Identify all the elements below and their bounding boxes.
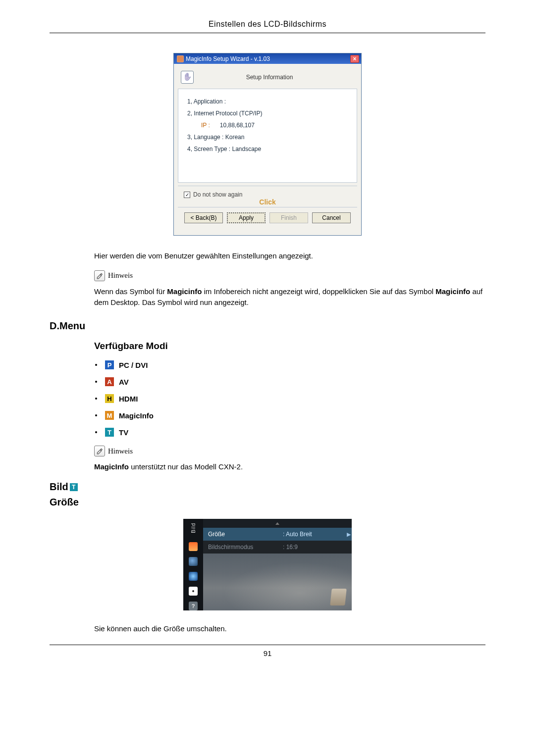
mode-pc-dvi: P PC / DVI — [95, 360, 485, 369]
hinweis-label: Hinweis — [108, 447, 133, 455]
page-header: Einstellen des LCD-Bildschirms — [50, 20, 485, 33]
wizard-button-row: < Back(B) Apply Finish Cancel — [178, 207, 357, 229]
bullet-icon — [95, 398, 97, 400]
paragraph-magicinfo-icon: Wenn das Symbol für Magicinfo im Infober… — [94, 286, 485, 308]
paragraph-cxn2: MagicInfo unterstützt nur das Modell CXN… — [94, 461, 485, 472]
osd-help-icon[interactable]: ? — [189, 602, 198, 610]
note-icon — [94, 270, 105, 281]
t-magicinfo-2: Magicinfo — [435, 287, 470, 296]
mode-label: PC / DVI — [119, 361, 148, 369]
back-button[interactable]: < Back(B) — [184, 212, 223, 223]
bullet-icon — [95, 414, 97, 416]
osd-cell-label: Größe — [203, 531, 280, 538]
osd-main: Größe : Auto Breit ▶ Bildschirmmodus : 1… — [203, 519, 352, 610]
finish-button: Finish — [269, 212, 308, 223]
info-row-protocol: 2, Internet Protocol (TCP/IP) — [187, 110, 348, 117]
mode-label: MagicInfo — [119, 411, 154, 420]
t-magicinfo-3: MagicInfo — [94, 462, 129, 471]
osd-signal-icon[interactable] — [189, 572, 198, 581]
info-row-application: 1, Application : — [187, 98, 348, 105]
bild-heading: Bild T — [50, 481, 485, 493]
close-icon[interactable]: × — [350, 55, 359, 63]
osd-cell-value: : Auto Breit — [280, 531, 346, 538]
groesse-heading: Größe — [50, 497, 485, 508]
wizard-titlebar: MagicInfo Setup Wizard - v.1.03 × — [174, 53, 361, 64]
wizard-window: MagicInfo Setup Wizard - v.1.03 × Setup … — [173, 53, 362, 236]
paragraph-settings-shown: Hier werden die vom Benutzer gewählten E… — [94, 251, 485, 261]
click-annotation: Click — [178, 198, 357, 206]
hinweis-row-1: Hinweis — [94, 270, 485, 281]
t-mid: im Infobereich nicht angezeigt wird, dop… — [202, 287, 435, 296]
osd-background-image — [203, 554, 352, 610]
osd-topbar — [203, 519, 352, 528]
note-icon — [94, 446, 105, 456]
bild-label: Bild — [50, 481, 68, 493]
osd-picture-icon[interactable] — [189, 542, 198, 551]
do-not-show-row[interactable]: ✓ Do not show again — [178, 186, 357, 199]
setup-info-panel: 1, Application : 2, Internet Protocol (T… — [178, 89, 357, 183]
hinweis-row-2: Hinweis — [94, 446, 485, 456]
osd-cell-value: : 16:9 — [280, 544, 346, 551]
mode-label: HDMI — [119, 395, 138, 403]
osd-row-groesse[interactable]: Größe : Auto Breit ▶ — [203, 528, 352, 541]
cancel-button[interactable]: Cancel — [312, 212, 351, 223]
osd-gear-icon[interactable] — [189, 587, 198, 596]
dmenu-heading: D.Menu — [50, 320, 485, 332]
mode-av: A AV — [95, 377, 485, 386]
info-row-language: 3, Language : Korean — [187, 134, 348, 141]
osd-side-label: Bild — [191, 523, 196, 533]
bullet-icon — [95, 381, 97, 383]
modes-list: P PC / DVI A AV H HDMI M MagicInfo T TV — [95, 360, 485, 437]
badge-a-icon: A — [105, 377, 114, 386]
badge-t-icon: T — [105, 428, 114, 437]
apply-button[interactable]: Apply — [227, 212, 266, 223]
chevron-right-icon: ▶ — [346, 531, 352, 538]
bullet-icon — [95, 431, 97, 433]
osd-cell-label: Bildschirmmodus — [203, 544, 280, 551]
ip-label: IP : — [201, 122, 210, 129]
setup-info-heading: Setup Information — [199, 74, 355, 81]
info-row-ip: IP : 10,88,68,107 — [201, 122, 348, 129]
mode-label: AV — [119, 378, 129, 386]
badge-m-icon: M — [105, 411, 114, 420]
info-row-screentype: 4, Screen Type : Landscape — [187, 146, 348, 152]
osd-globe-icon[interactable] — [189, 557, 198, 566]
t-pre: Wenn das Symbol für — [94, 287, 167, 296]
chevron-up-icon — [275, 522, 279, 525]
t-magicinfo-1: Magicinfo — [167, 287, 202, 296]
hinweis-label: Hinweis — [108, 271, 133, 280]
checkbox-checked-icon[interactable]: ✓ — [184, 192, 190, 198]
paragraph-size-switch: Sie können auch die Größe umschalten. — [94, 623, 485, 634]
badge-t-icon: T — [70, 483, 78, 491]
osd-sidebar: Bild ? — [183, 519, 203, 610]
hand-icon — [181, 71, 194, 84]
available-modes-heading: Verfügbare Modi — [94, 341, 485, 352]
badge-h-icon: H — [105, 394, 114, 403]
badge-p-icon: P — [105, 360, 114, 369]
mode-magicinfo: M MagicInfo — [95, 411, 485, 420]
wizard-screenshot: MagicInfo Setup Wizard - v.1.03 × Setup … — [50, 53, 485, 236]
bullet-icon — [95, 364, 97, 366]
wizard-title-text: MagicInfo Setup Wizard - v.1.03 — [186, 55, 270, 62]
osd-screenshot: Bild ? Größe : Auto Breit ▶ Bildschirmmo… — [50, 519, 485, 610]
mode-tv: T TV — [95, 428, 485, 437]
wizard-app-icon — [177, 55, 184, 62]
osd-row-bildschirmmodus[interactable]: Bildschirmmodus : 16:9 — [203, 541, 352, 554]
osd-menu: Bild ? Größe : Auto Breit ▶ Bildschirmmo… — [183, 519, 352, 610]
ip-value: 10,88,68,107 — [220, 122, 255, 129]
mode-label: TV — [119, 428, 128, 437]
wizard-body: Setup Information 1, Application : 2, In… — [174, 64, 361, 235]
page-number: 91 — [50, 645, 485, 657]
t-cxn: unterstützt nur das Modell CXN-2. — [129, 462, 243, 471]
mode-hdmi: H HDMI — [95, 394, 485, 403]
do-not-show-label: Do not show again — [193, 191, 242, 198]
